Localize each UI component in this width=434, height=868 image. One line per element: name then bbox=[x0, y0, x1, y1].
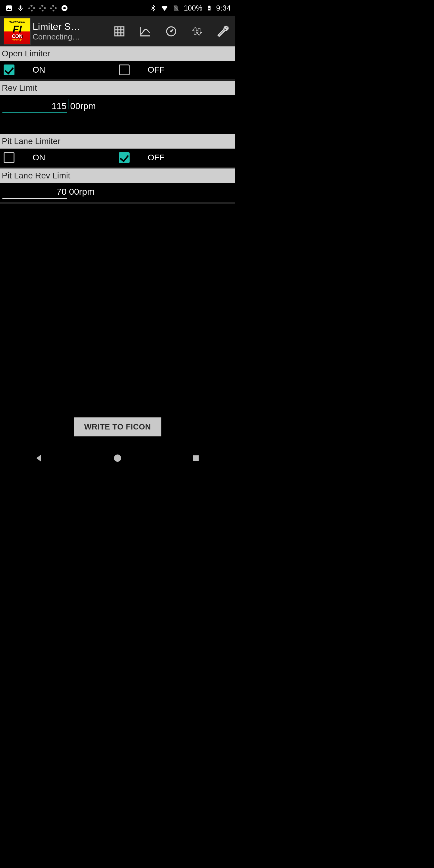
app-bar: TAKEGAWA FI CON TYPE-E Limiter S… Connec… bbox=[0, 16, 235, 46]
section-header-pit-lane-rev-limit: Pit Lane Rev Limit bbox=[0, 168, 235, 183]
open-limiter-on-checkbox[interactable] bbox=[4, 64, 14, 75]
rev-limit-suffix: 00rpm bbox=[70, 101, 96, 111]
svg-point-18 bbox=[114, 455, 121, 462]
no-sim-icon bbox=[173, 4, 180, 12]
grid-icon[interactable] bbox=[113, 25, 126, 38]
mic-icon bbox=[17, 4, 24, 12]
open-limiter-row: ON OFF bbox=[0, 61, 235, 81]
app-logo: TAKEGAWA FI CON TYPE-E bbox=[4, 18, 31, 45]
section-header-open-limiter: Open Limiter bbox=[0, 46, 235, 61]
battery-charging-icon bbox=[207, 4, 212, 12]
wrench-icon[interactable] bbox=[216, 25, 230, 38]
pit-lane-rev-limit-row: 70 00rpm bbox=[0, 183, 235, 204]
off-label: OFF bbox=[133, 65, 169, 75]
on-label: ON bbox=[18, 153, 60, 162]
svg-rect-0 bbox=[6, 5, 12, 11]
loading-spinner-icon bbox=[39, 5, 46, 11]
pit-lane-off-checkbox[interactable] bbox=[119, 152, 130, 163]
chrome-icon bbox=[61, 4, 68, 12]
pit-lane-rev-limit-input[interactable]: 70 bbox=[2, 187, 67, 198]
image-icon bbox=[5, 4, 13, 12]
svg-point-17 bbox=[170, 31, 172, 32]
text-cursor bbox=[68, 99, 68, 109]
section-header-pit-lane-limiter: Pit Lane Limiter bbox=[0, 134, 235, 149]
svg-rect-8 bbox=[209, 6, 210, 6]
pit-lane-rev-limit-suffix: 00rpm bbox=[68, 187, 95, 197]
rev-limit-row: 115 00rpm bbox=[0, 95, 235, 134]
loading-spinner-icon bbox=[50, 5, 57, 11]
section-header-rev-limit: Rev Limit bbox=[0, 81, 235, 95]
rev-limit-input[interactable]: 115 bbox=[2, 101, 67, 113]
battery-pct: 100% bbox=[184, 4, 202, 12]
connection-status: Connecting… bbox=[33, 32, 110, 41]
status-bar: 100% 9:34 bbox=[0, 0, 235, 16]
open-limiter-off-checkbox[interactable] bbox=[119, 64, 130, 75]
svg-rect-19 bbox=[193, 456, 199, 461]
recent-apps-icon[interactable] bbox=[191, 453, 201, 463]
android-nav-bar bbox=[0, 446, 235, 470]
svg-rect-10 bbox=[115, 27, 124, 36]
on-label: ON bbox=[18, 65, 60, 75]
svg-point-5 bbox=[63, 7, 66, 9]
write-to-ficon-button[interactable]: WRITE TO FICON bbox=[74, 417, 161, 436]
pit-lane-limiter-row: ON OFF bbox=[0, 149, 235, 168]
transfer-icon[interactable] bbox=[190, 25, 204, 38]
svg-rect-2 bbox=[20, 5, 22, 9]
clock: 9:34 bbox=[216, 4, 231, 12]
page-title: Limiter S… bbox=[33, 21, 110, 32]
home-icon[interactable] bbox=[113, 453, 122, 463]
gauge-icon[interactable] bbox=[164, 25, 178, 38]
bluetooth-icon bbox=[150, 4, 157, 12]
pit-lane-on-checkbox[interactable] bbox=[4, 152, 14, 163]
back-icon[interactable] bbox=[34, 453, 44, 463]
loading-spinner-icon bbox=[28, 5, 35, 11]
graph-icon[interactable] bbox=[138, 25, 152, 38]
off-label: OFF bbox=[133, 153, 169, 162]
wifi-icon bbox=[161, 4, 168, 12]
